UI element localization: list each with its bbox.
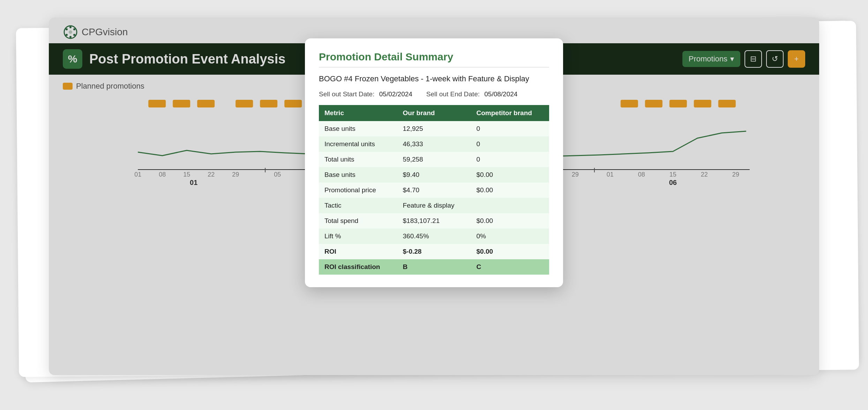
sell-out-start: Sell out Start Date: 05/02/2024 bbox=[319, 90, 412, 98]
table-row: Promotional price$4.70$0.00 bbox=[319, 182, 549, 198]
table-row: ROI$-0.28$0.00 bbox=[319, 244, 549, 259]
col-our-brand: Our brand bbox=[397, 105, 471, 121]
table-cell-3-2: $0.00 bbox=[471, 167, 549, 182]
table-cell-1-1: 46,333 bbox=[397, 136, 471, 152]
table-cell-8-1: $-0.28 bbox=[397, 244, 471, 259]
table-row: Incremental units46,3330 bbox=[319, 136, 549, 152]
table-cell-6-1: $183,107.21 bbox=[397, 213, 471, 229]
table-cell-7-0: Lift % bbox=[319, 229, 397, 244]
table-cell-9-0: ROI classification bbox=[319, 259, 397, 275]
promotion-detail-popup: Promotion Detail Summary BOGO #4 Frozen … bbox=[305, 38, 563, 287]
table-cell-4-1: $4.70 bbox=[397, 182, 471, 198]
table-cell-8-2: $0.00 bbox=[471, 244, 549, 259]
main-card: CPGvision % Post Promotion Event Analysi… bbox=[49, 17, 819, 375]
table-cell-7-1: 360.45% bbox=[397, 229, 471, 244]
table-cell-5-0: Tactic bbox=[319, 198, 397, 213]
col-competitor: Competitor brand bbox=[471, 105, 549, 121]
table-cell-0-2: 0 bbox=[471, 121, 549, 136]
table-cell-3-0: Base units bbox=[319, 167, 397, 182]
table-row: Base units$9.40$0.00 bbox=[319, 167, 549, 182]
table-cell-1-0: Incremental units bbox=[319, 136, 397, 152]
start-date-label: Sell out Start Date: bbox=[319, 90, 374, 98]
table-cell-2-1: 59,258 bbox=[397, 152, 471, 167]
start-date-value: 05/02/2024 bbox=[379, 90, 412, 98]
col-metric: Metric bbox=[319, 105, 397, 121]
end-date-label: Sell out End Date: bbox=[426, 90, 480, 98]
popup-overlay: Promotion Detail Summary BOGO #4 Frozen … bbox=[49, 17, 819, 375]
table-cell-9-1: B bbox=[397, 259, 471, 275]
table-cell-8-0: ROI bbox=[319, 244, 397, 259]
table-cell-7-2: 0% bbox=[471, 229, 549, 244]
table-cell-6-0: Total spend bbox=[319, 213, 397, 229]
table-cell-6-2: $0.00 bbox=[471, 213, 549, 229]
table-cell-4-2: $0.00 bbox=[471, 182, 549, 198]
popup-dates: Sell out Start Date: 05/02/2024 Sell out… bbox=[319, 90, 549, 98]
popup-title: Promotion Detail Summary bbox=[319, 51, 549, 63]
table-cell-3-1: $9.40 bbox=[397, 167, 471, 182]
table-cell-2-2: 0 bbox=[471, 152, 549, 167]
table-row: Lift %360.45%0% bbox=[319, 229, 549, 244]
table-cell-5-1: Feature & display bbox=[397, 198, 471, 213]
promotion-detail-table: Metric Our brand Competitor brand Base u… bbox=[319, 105, 549, 275]
sell-out-end: Sell out End Date: 05/08/2024 bbox=[426, 90, 518, 98]
table-header-row: Metric Our brand Competitor brand bbox=[319, 105, 549, 121]
table-cell-9-2: C bbox=[471, 259, 549, 275]
table-cell-2-0: Total units bbox=[319, 152, 397, 167]
table-cell-1-2: 0 bbox=[471, 136, 549, 152]
table-cell-0-0: Base units bbox=[319, 121, 397, 136]
table-cell-5-2 bbox=[471, 198, 549, 213]
table-row: TacticFeature & display bbox=[319, 198, 549, 213]
table-row: Base units12,9250 bbox=[319, 121, 549, 136]
table-row: Total spend$183,107.21$0.00 bbox=[319, 213, 549, 229]
table-cell-0-1: 12,925 bbox=[397, 121, 471, 136]
table-row: Total units59,2580 bbox=[319, 152, 549, 167]
table-row: ROI classificationBC bbox=[319, 259, 549, 275]
popup-divider bbox=[319, 67, 549, 67]
end-date-value: 05/08/2024 bbox=[484, 90, 517, 98]
popup-subtitle: BOGO #4 Frozen Vegetables - 1-week with … bbox=[319, 74, 549, 83]
table-cell-4-0: Promotional price bbox=[319, 182, 397, 198]
